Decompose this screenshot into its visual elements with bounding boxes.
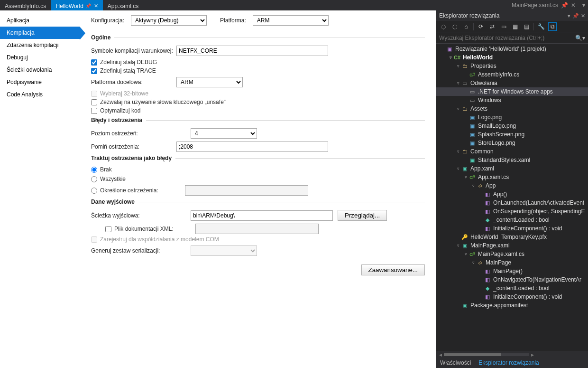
preview-icon[interactable]: ⧉ xyxy=(548,22,557,31)
warn-level-select[interactable]: 4 xyxy=(191,128,257,139)
expand-icon[interactable]: ▿ xyxy=(455,243,461,248)
tree-node[interactable]: ▭Windows xyxy=(436,96,588,104)
pin-icon[interactable]: 📌 xyxy=(572,13,579,19)
scrollbar-track[interactable] xyxy=(444,353,529,356)
expand-icon[interactable]: ▿ xyxy=(470,183,476,188)
radio-okreslone[interactable] xyxy=(91,188,97,194)
refresh-icon[interactable]: ⟳ xyxy=(477,22,485,31)
sidebar-item-debuguj[interactable]: Debuguj xyxy=(0,51,80,64)
wrench-icon[interactable]: 🔧 xyxy=(537,22,545,31)
properties-icon[interactable]: ▤ xyxy=(522,22,531,31)
tree-node[interactable]: ▣StoreLogo.png xyxy=(436,139,588,147)
browse-button[interactable]: Przeglądaj... xyxy=(338,210,387,221)
sidebar-item-zdarzenia[interactable]: Zdarzenia kompilacji xyxy=(0,39,80,51)
tab-wlasciwosci[interactable]: Właściwości xyxy=(436,359,475,368)
tree-node[interactable]: ◧OnLaunched(LaunchActivatedEvent xyxy=(436,198,588,207)
tree-node[interactable]: ▿▣MainPage.xaml xyxy=(436,241,588,250)
tab-mainpage-far[interactable]: MainPage.xaml.cs 📌 ✕ ▾ xyxy=(512,0,588,10)
expand-icon[interactable]: ▿ xyxy=(470,260,476,265)
sidebar-item-sciezki[interactable]: Ścieżki odwołania xyxy=(0,64,80,76)
tab-helloworld[interactable]: HelloWorld 📌 ✕ xyxy=(51,0,102,10)
fwd-icon[interactable]: ◌ xyxy=(450,22,459,31)
expand-icon[interactable]: ▿ xyxy=(455,81,461,85)
node-label: Common xyxy=(470,148,494,155)
chk-optimize[interactable] xyxy=(91,108,97,114)
cond-symbols-input[interactable] xyxy=(176,46,328,56)
dropdown-icon[interactable]: ▾ xyxy=(568,13,570,19)
node-label: OnNavigatedTo(NavigationEventAr xyxy=(493,276,581,283)
skip-warn-input[interactable] xyxy=(176,142,328,152)
expand-icon[interactable]: ▿ xyxy=(455,64,461,68)
tree-node[interactable]: 🔑HelloWorld_TemporaryKey.pfx xyxy=(436,233,588,241)
close-icon[interactable]: ✕ xyxy=(571,2,576,9)
tree-node[interactable]: ▣SmallLogo.png xyxy=(436,122,588,130)
tree-node[interactable]: ▿🗀Common xyxy=(436,147,588,156)
home-icon[interactable]: ⌂ xyxy=(462,22,470,31)
tree-node[interactable]: ▭.NET for Windows Store apps xyxy=(436,87,588,96)
tab-label: Właściwości xyxy=(440,359,471,366)
expand-icon[interactable]: ▿ xyxy=(455,149,461,154)
radio-brak[interactable] xyxy=(91,167,97,173)
node-icon: ▣ xyxy=(469,157,476,163)
pin-icon[interactable]: 📌 xyxy=(85,3,91,9)
tree-node[interactable]: ▣Package.appxmanifest xyxy=(436,301,588,310)
overflow-icon[interactable]: ▾ xyxy=(582,2,585,9)
collapse-icon[interactable]: ▭ xyxy=(499,22,508,31)
tree-node[interactable]: ▿🝰MainPage xyxy=(436,258,588,267)
tree-node[interactable]: ▿c#App.xaml.cs xyxy=(436,173,588,181)
expand-icon[interactable]: ▿ xyxy=(448,55,453,60)
tab-eksplorator[interactable]: Eksplorator rozwiązania xyxy=(475,359,542,368)
expand-icon[interactable]: ▿ xyxy=(455,166,461,171)
tree-node[interactable]: ▣StandardStyles.xaml xyxy=(436,156,588,164)
close-icon[interactable]: ✕ xyxy=(581,13,585,19)
pin-icon[interactable]: 📌 xyxy=(561,2,568,9)
show-all-icon[interactable]: ▦ xyxy=(511,22,519,31)
advanced-button[interactable]: Zaawansowane... xyxy=(361,264,425,275)
chk-xml-doc[interactable] xyxy=(105,226,111,232)
tree-node[interactable]: ▿🗀Properties xyxy=(436,62,588,70)
search-icon[interactable]: 🔍▾ xyxy=(575,35,585,41)
sidebar-item-podpisywanie[interactable]: Podpisywanie xyxy=(0,76,80,88)
search-input[interactable] xyxy=(439,35,573,41)
tree-node[interactable]: ▿C#HelloWorld xyxy=(436,53,588,62)
tab-assemblyinfo[interactable]: AssemblyInfo.cs xyxy=(0,0,51,10)
chk-trace[interactable] xyxy=(91,68,97,74)
tree-node[interactable]: ▿🝰App xyxy=(436,181,588,190)
platform-select[interactable]: ARM xyxy=(253,15,329,26)
chk-debug[interactable] xyxy=(91,59,97,66)
sidebar-item-kompilacja[interactable]: Kompilacja xyxy=(0,27,80,39)
tree-node[interactable]: ◧InitializeComponent() : void xyxy=(436,293,588,301)
expand-icon[interactable]: ▿ xyxy=(463,252,469,256)
tree-node[interactable]: ◧InitializeComponent() : void xyxy=(436,224,588,233)
close-icon[interactable]: ✕ xyxy=(94,3,98,9)
tab-appxaml[interactable]: App.xaml.cs xyxy=(103,0,143,10)
node-label: Assets xyxy=(470,105,487,112)
sidebar-item-code-analysis[interactable]: Code Analysis xyxy=(0,88,80,101)
tree-node[interactable]: ▿▭Odwołania xyxy=(436,79,588,87)
expand-icon[interactable]: ▿ xyxy=(455,106,461,111)
tree-node[interactable]: ▿▣App.xaml xyxy=(436,164,588,173)
tree-node[interactable]: c#AssemblyInfo.cs xyxy=(436,70,588,79)
scrollbar-thumb[interactable] xyxy=(444,353,501,356)
horiz-scrollbar[interactable]: ◂▸ xyxy=(436,351,588,359)
tree-node[interactable]: ◆_contentLoaded : bool xyxy=(436,284,588,293)
tree-node[interactable]: ◆_contentLoaded : bool xyxy=(436,216,588,224)
tree-node[interactable]: ◧MainPage() xyxy=(436,267,588,275)
outpath-input[interactable] xyxy=(191,210,333,221)
back-icon[interactable]: ◌ xyxy=(439,22,448,31)
sidebar-item-aplikacja[interactable]: Aplikacja xyxy=(0,14,80,27)
chk-unsafe[interactable] xyxy=(91,99,97,105)
tree-node[interactable]: ▣SplashScreen.png xyxy=(436,130,588,139)
sync-icon[interactable]: ⇄ xyxy=(488,22,496,31)
tree-node[interactable]: ▿c#MainPage.xaml.cs xyxy=(436,250,588,258)
config-select[interactable]: Aktywny (Debug) xyxy=(131,15,207,26)
tree-node[interactable]: ▣Logo.png xyxy=(436,113,588,122)
tree-node[interactable]: ◧OnNavigatedTo(NavigationEventAr xyxy=(436,275,588,284)
expand-icon[interactable]: ▿ xyxy=(463,175,469,179)
tree-node[interactable]: ◧App() xyxy=(436,190,588,198)
tree-node[interactable]: ◧OnSuspending(object, SuspendingE xyxy=(436,207,588,216)
target-platform-select[interactable]: ARM xyxy=(176,77,243,87)
tree-node[interactable]: ▿🗀Assets xyxy=(436,104,588,113)
radio-wszystkie[interactable] xyxy=(91,176,97,182)
tree-node[interactable]: ▣Rozwiązanie 'HelloWorld' (1 projekt) xyxy=(436,45,588,53)
